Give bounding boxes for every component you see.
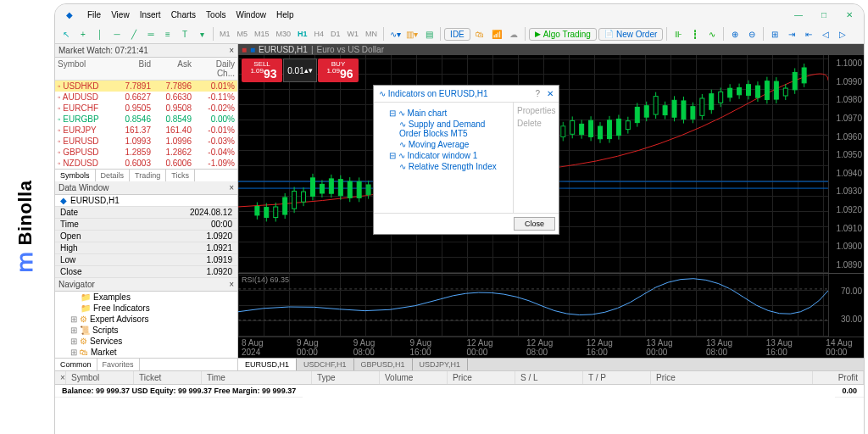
dialog-properties-button[interactable]: Properties	[517, 106, 555, 115]
nav-services[interactable]: ⊞⚙Services	[55, 336, 237, 347]
menu-help[interactable]: Help	[276, 10, 294, 19]
svg-rect-21	[338, 180, 342, 196]
tf-m30[interactable]: M30	[274, 29, 294, 39]
mw-tab-details[interactable]: Details	[96, 170, 131, 181]
chart-tab-usdjpy[interactable]: USDJPY,H1	[413, 359, 468, 370]
new-order-button[interactable]: 📄 New Order	[598, 28, 663, 41]
indicator-icon[interactable]: ∿▾	[387, 26, 403, 42]
template-icon[interactable]: ▥▾	[404, 26, 420, 42]
svg-rect-69	[561, 126, 565, 137]
tf-m5[interactable]: M5	[235, 29, 251, 39]
panel-close-icon[interactable]: ×	[229, 183, 234, 192]
algo-trading-button[interactable]: ▶ Algo Trading	[529, 28, 597, 41]
stepfwd-icon[interactable]: ▷	[835, 26, 850, 42]
candles-icon[interactable]: ┇	[687, 26, 703, 42]
shapes-icon[interactable]: ▾	[194, 26, 209, 42]
shift-icon[interactable]: ⇤	[801, 26, 816, 42]
tf-d1[interactable]: D1	[328, 29, 343, 39]
mw-row-nzdusd[interactable]: ◦ NZDUSD0.60030.6006-1.09%	[55, 158, 237, 169]
tree-main-chart[interactable]: ⊟ ∿ Main chart	[379, 108, 508, 119]
nav-free-indicators[interactable]: 📁Free Indicators	[55, 303, 237, 314]
dialog-delete-button[interactable]: Delete	[517, 119, 555, 128]
panel-close-icon[interactable]: ×	[229, 46, 234, 55]
mw-row-gbpusd[interactable]: ◦ GBPUSD1.28591.2862-0.04%	[55, 147, 237, 158]
nav-scripts[interactable]: ⊞📜Scripts	[55, 325, 237, 336]
svg-rect-9	[283, 198, 287, 214]
dialog-close-icon[interactable]: ✕	[547, 89, 554, 98]
mw-row-eurjpy[interactable]: ◦ EURJPY161.37161.40-0.01%	[55, 125, 237, 136]
svg-rect-13	[302, 192, 306, 202]
tf-m15[interactable]: M15	[252, 29, 272, 39]
fibo-icon[interactable]: ≡	[160, 26, 175, 42]
svg-rect-113	[765, 81, 769, 100]
nav-market[interactable]: ⊞🛍Market	[55, 347, 237, 358]
mw-row-usdhkd[interactable]: ◦ USDHKD7.78917.78960.01%	[55, 81, 237, 92]
tree-moving-average[interactable]: ∿ Moving Average	[379, 139, 508, 150]
autoscroll-icon[interactable]: ⇥	[784, 26, 799, 42]
mw-tab-ticks[interactable]: Ticks	[166, 170, 195, 181]
svg-rect-11	[292, 192, 297, 209]
app-window: ◆ File View Insert Charts Tools Window H…	[54, 3, 865, 434]
tile-icon[interactable]: ⊞	[767, 26, 782, 42]
dw-row: Close1.0920	[55, 266, 237, 278]
tf-h4[interactable]: H4	[312, 29, 327, 39]
tf-w1[interactable]: W1	[345, 29, 362, 39]
market-icon[interactable]: 🛍	[472, 26, 487, 42]
line-icon[interactable]: ∿	[704, 26, 720, 42]
svg-rect-93	[672, 100, 676, 117]
vline-icon[interactable]: │	[92, 26, 108, 42]
zoomout-icon[interactable]: ⊖	[744, 26, 760, 42]
dialog-close-button[interactable]: Close	[514, 217, 555, 231]
close-icon[interactable]: ✕	[842, 7, 857, 22]
menu-insert[interactable]: Insert	[140, 10, 161, 19]
signals-icon[interactable]: 📶	[489, 26, 504, 42]
menu-tools[interactable]: Tools	[206, 10, 225, 19]
nav-tab-favorites[interactable]: Favorites	[97, 359, 140, 370]
channel-icon[interactable]: ═	[143, 26, 159, 42]
stepback-icon[interactable]: ◁	[818, 26, 833, 42]
chart-tab-eurusd[interactable]: EURUSD,H1	[238, 359, 297, 370]
tree-supply-demand[interactable]: ∿ Supply and Demand Order Blocks MT5	[379, 119, 508, 139]
data-window-header: Data Window×	[55, 181, 237, 195]
rsi-panel[interactable]: RSI(14) 69.35 70.0030.00	[238, 273, 864, 337]
svg-rect-91	[663, 106, 667, 115]
chart-tab-usdchf[interactable]: USDCHF,H1	[297, 359, 354, 370]
menu-window[interactable]: Window	[236, 10, 266, 19]
cursor-icon[interactable]: ↖	[58, 26, 74, 42]
menu-file[interactable]: File	[87, 10, 101, 19]
zoomin-icon[interactable]: ⊕	[727, 26, 743, 42]
mw-row-eurchf[interactable]: ◦ EURCHF0.95050.9508-0.02%	[55, 103, 237, 114]
nav-tab-common[interactable]: Common	[55, 359, 97, 370]
mw-row-eurusd[interactable]: ◦ EURUSD1.09931.0996-0.03%	[55, 136, 237, 147]
vps-icon[interactable]: ☁	[506, 26, 521, 42]
crosshair-icon[interactable]: +	[75, 26, 91, 42]
svg-rect-77	[598, 126, 603, 139]
tf-m1[interactable]: M1	[217, 29, 233, 39]
mw-tab-symbols[interactable]: Symbols	[55, 170, 96, 181]
maximize-icon[interactable]: □	[816, 7, 832, 22]
chart-tab-gbpusd[interactable]: GBPUSD,H1	[354, 359, 413, 370]
tree-rsi[interactable]: ∿ Relative Strength Index	[379, 161, 508, 172]
dialog-help-icon[interactable]: ?	[535, 89, 540, 98]
bars-icon[interactable]: ⊪	[670, 26, 686, 42]
tf-mn[interactable]: MN	[363, 29, 380, 39]
menu-charts[interactable]: Charts	[171, 10, 196, 19]
text-icon[interactable]: T	[177, 26, 192, 42]
nav-examples[interactable]: 📁Examples	[55, 292, 237, 303]
hline-icon[interactable]: ─	[109, 26, 125, 42]
market-watch-rows: ◦ USDHKD7.78917.78960.01%◦ AUDUSD0.66270…	[55, 81, 237, 169]
mw-tab-trading[interactable]: Trading	[130, 170, 166, 181]
svg-rect-5	[264, 208, 269, 218]
tf-h1[interactable]: H1	[295, 29, 310, 39]
trendline-icon[interactable]: ╱	[126, 26, 142, 42]
panel-close-icon[interactable]: ×	[229, 280, 234, 289]
menu-view[interactable]: View	[111, 10, 130, 19]
mw-row-eurgbp[interactable]: ◦ EURGBP0.85460.85490.00%	[55, 114, 237, 125]
objects-icon[interactable]: ▤	[421, 26, 437, 42]
svg-rect-99	[700, 98, 704, 115]
ide-button[interactable]: IDE	[444, 28, 470, 41]
minimize-icon[interactable]: —	[791, 7, 806, 22]
mw-row-audusd[interactable]: ◦ AUDUSD0.66270.6630-0.11%	[55, 92, 237, 103]
tree-indicator-window[interactable]: ⊟ ∿ Indicator window 1	[379, 150, 508, 161]
nav-expert-advisors[interactable]: ⊞⚙Expert Advisors	[55, 314, 237, 325]
